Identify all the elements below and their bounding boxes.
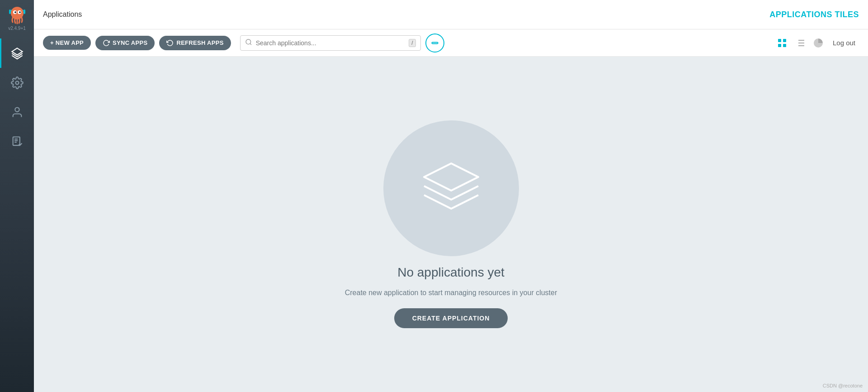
search-icon (245, 38, 252, 48)
user-icon (11, 106, 24, 119)
svg-rect-20 (783, 44, 786, 47)
sync-icon (103, 39, 110, 47)
sidebar-item-user[interactable] (0, 97, 34, 127)
filter-button[interactable] (425, 33, 444, 53)
gear-icon (11, 76, 24, 89)
sidebar-nav (0, 38, 34, 156)
sidebar: v2.4.9+1 (0, 0, 34, 392)
svg-point-8 (15, 81, 19, 84)
search-slash-key: / (409, 39, 415, 47)
header-title: Applications (43, 10, 82, 19)
sidebar-item-logs[interactable] (0, 127, 34, 156)
svg-line-15 (250, 43, 251, 45)
svg-rect-0 (9, 10, 11, 14)
header: Applications APPLICATIONS TILES (34, 0, 868, 29)
svg-point-9 (15, 107, 19, 111)
svg-rect-19 (778, 44, 781, 47)
sync-apps-button[interactable]: SYNC APPS (95, 36, 155, 50)
svg-point-14 (246, 39, 251, 44)
empty-layers-icon (415, 152, 487, 225)
empty-title: No applications yet (397, 265, 505, 280)
refresh-apps-button[interactable]: REFRESH APPS (159, 36, 231, 50)
svg-rect-1 (24, 10, 25, 14)
svg-rect-18 (783, 39, 786, 42)
layers-icon (11, 47, 24, 60)
svg-rect-16 (432, 42, 438, 43)
search-input[interactable] (256, 39, 409, 47)
svg-rect-17 (778, 39, 781, 42)
stats-view-button[interactable] (811, 36, 826, 50)
watermark: CSDN @recotone (823, 383, 863, 388)
header-right: APPLICATIONS TILES (769, 10, 859, 19)
empty-subtitle: Create new application to start managing… (345, 289, 557, 297)
empty-state-icon-circle (383, 120, 519, 256)
empty-state: No applications yet Create new applicati… (34, 57, 868, 392)
sidebar-item-applications[interactable] (0, 38, 34, 68)
pie-icon (813, 38, 824, 48)
list-view-button[interactable] (793, 36, 807, 50)
svg-point-5 (14, 11, 16, 13)
sidebar-item-settings[interactable] (0, 68, 34, 97)
list-icon (795, 38, 806, 48)
main-content: Applications APPLICATIONS TILES + NEW AP… (34, 0, 868, 392)
svg-point-6 (19, 11, 21, 13)
svg-rect-10 (13, 137, 19, 145)
logout-button[interactable]: Log out (829, 37, 859, 48)
grid-view-button[interactable] (775, 36, 789, 50)
toolbar: + NEW APP SYNC APPS REFRESH APPS (34, 29, 868, 57)
view-icons: Log out (775, 36, 859, 50)
search-container: / (240, 35, 421, 51)
logs-icon (11, 135, 24, 148)
page-title: APPLICATIONS TILES (769, 10, 859, 19)
version-label: v2.4.9+1 (8, 26, 26, 31)
refresh-icon (166, 39, 174, 47)
new-app-button[interactable]: + NEW APP (43, 36, 91, 50)
grid-icon (777, 38, 788, 48)
octopus-logo (6, 3, 28, 25)
svg-marker-27 (424, 163, 478, 191)
logo-area: v2.4.9+1 (0, 0, 34, 34)
create-application-button[interactable]: CREATE APPLICATION (394, 308, 508, 328)
